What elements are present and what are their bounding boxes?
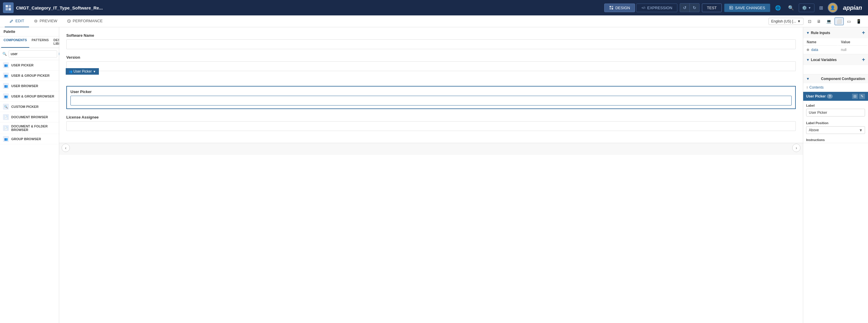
svg-rect-6 [610,8,611,9]
view-icon-tablet2[interactable]: ▭ [845,18,853,25]
tab-edit[interactable]: EDIT [5,16,29,27]
collapse-icon-config: ▼ [806,77,810,81]
edit-button[interactable]: ✎ [859,94,865,99]
add-local-var-button[interactable]: + [862,57,865,63]
user-group-browser-icon: 👥 [3,93,9,99]
svg-rect-4 [610,6,611,7]
collapse-icon: ▼ [806,31,810,35]
expression-button[interactable]: </> EXPRESSION [636,4,677,12]
contents-link[interactable]: Contents [809,85,824,89]
view-icon-laptop[interactable]: 💻 [824,18,833,25]
palette-item-custom-picker[interactable]: 🔍 CUSTOM PICKER [0,101,59,112]
config-label-position-group: Label Position Above Below Left Justifie… [803,118,868,136]
custom-picker-icon: 🔍 [3,104,9,110]
local-variables-label: Local Variables [811,58,837,62]
palette-item-group-browser[interactable]: 👥 GROUP BROWSER [0,134,59,144]
user-group-picker-icon: 👥 [3,72,9,79]
svg-rect-0 [6,5,8,7]
config-breadcrumb: ↑ Contents [803,83,868,92]
data-dot-icon [807,49,809,51]
user-picker-icon: 👥 [3,62,9,68]
tab-preview[interactable]: PREVIEW [29,16,62,27]
app-title: CMGT_Category_IT_Type_Software_Re... [16,5,103,10]
user-picker-input[interactable] [70,96,792,106]
palette-item-document-folder-browser[interactable]: 📄 DOCUMENT & FOLDER BROWSER [0,122,59,134]
view-icon-tablet[interactable]: ⬜ [835,18,844,25]
view-icon-mobile[interactable]: 📱 [854,18,863,25]
search-button[interactable]: 🔍 [786,3,796,12]
palette-item-document-browser[interactable]: 📄 DOCUMENT BROWSER [0,112,59,122]
svg-point-9 [35,20,37,22]
sidebar-tab-patterns[interactable]: PATTERNS [29,36,51,48]
component-config-section: ▼ Component Configuration ↑ Contents Use… [803,75,868,143]
form-section: Software Name Version 👥 User Picker ▼ [59,27,803,143]
redo-button[interactable]: ↻ [690,4,699,12]
palette-item-user-browser[interactable]: 👥 USER BROWSER [0,81,59,91]
toolbar-user-picker[interactable]: 👥 User Picker ▼ [66,68,99,75]
user-picker-wrapper: 👥 User Picker ▼ User Picker [66,77,796,109]
user-browser-icon: 👥 [3,83,9,89]
svg-text:</>: </> [642,6,645,9]
config-label-input[interactable] [806,109,865,116]
rule-inputs-header[interactable]: ▼ Rule Inputs + [803,27,868,38]
license-assignee-field: License Assignee [66,115,796,131]
undo-button[interactable]: ↺ [680,4,690,12]
search-input[interactable] [8,50,57,58]
config-user-picker-label: User Picker [806,94,826,98]
add-rule-input-button[interactable]: + [862,30,865,36]
version-input[interactable] [66,61,796,71]
tab-performance-label: PERFORMANCE [73,19,103,23]
sidebar-tabs: COMPONENTS PATTERNS DESIGN LIBRARY [0,36,59,48]
canvas-inner: Software Name Version 👥 User Picker ▼ [59,27,803,323]
view-icon-desktop[interactable]: 🖥 [815,18,823,25]
test-label: TEST [707,6,717,10]
test-button[interactable]: TEST [702,4,722,12]
svg-rect-5 [612,6,613,7]
component-config-label: Component Configuration [821,77,865,81]
config-label-position-select[interactable]: Above Below Left Justified Hidden [806,126,865,134]
software-name-label: Software Name [66,33,796,38]
canvas-nav-left-button[interactable]: ‹ [62,144,70,152]
license-assignee-label: License Assignee [66,115,796,119]
undo-redo-group: ↺ ↻ [680,3,700,12]
nav-btn-group: DESIGN </> EXPRESSION [604,4,677,12]
palette-item-user-group-picker[interactable]: 👥 USER & GROUP PICKER [0,70,59,81]
grid-button[interactable]: ⊞ [817,3,825,12]
canvas-nav-right-button[interactable]: › [792,144,801,152]
avatar: 👤 [828,3,838,13]
component-config-header[interactable]: ▼ Component Configuration [803,75,868,83]
user-picker-label: User Picker [70,89,792,94]
document-browser-icon: 📄 [3,114,9,120]
language-selector[interactable]: English (US) [... ▼ [769,18,803,25]
sidebar-tab-components[interactable]: COMPONENTS [1,36,29,48]
canvas: Software Name Version 👥 User Picker ▼ [59,27,803,323]
svg-rect-3 [8,8,11,10]
save-label: SAVE CHANGES [735,6,765,10]
selected-component[interactable]: User Picker [66,86,796,109]
rule-input-row: data null [804,46,867,53]
design-button[interactable]: DESIGN [604,4,635,12]
config-user-picker-item[interactable]: User Picker ? ⊟ ✎ [803,92,868,101]
group-browser-icon: 👥 [3,136,9,142]
view-icon-expand[interactable]: ⊡ [806,18,813,25]
document-folder-browser-icon: 📄 [3,125,9,131]
software-name-input[interactable] [66,39,796,49]
globe-button[interactable]: 🌐 [773,3,783,12]
minimize-button[interactable]: ⊟ [852,94,858,99]
appian-logo: appian [840,4,865,11]
instructions-label: Instructions [803,136,868,143]
save-button[interactable]: SAVE CHANGES [724,4,770,12]
license-assignee-input[interactable] [66,121,796,131]
palette-item-user-group-browser[interactable]: 👥 USER & GROUP BROWSER [0,91,59,101]
help-icon[interactable]: ? [827,94,833,99]
view-icons: ⊡ 🖥 💻 ⬜ ▭ 📱 [806,18,863,25]
settings-button[interactable]: ⚙️ ▼ [799,4,814,12]
palette-item-user-picker[interactable]: 👥 USER PICKER [0,60,59,70]
config-label-label: Label [806,104,865,107]
svg-rect-2 [6,8,8,10]
toolbar-dropdown-icon[interactable]: ▼ [93,70,96,73]
local-variables-header[interactable]: ▼ Local Variables + [803,54,868,65]
chevron-down-icon: ▼ [797,19,801,23]
search-icon: 🔍 [2,52,7,56]
tab-performance[interactable]: PERFORMANCE [62,16,107,27]
